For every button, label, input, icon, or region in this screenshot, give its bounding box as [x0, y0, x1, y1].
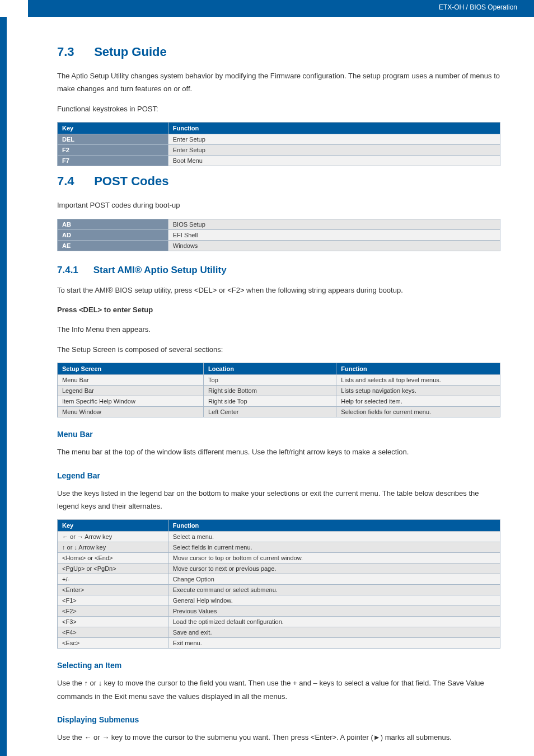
table-keystrokes: Key Function DELEnter Setup F2Enter Setu… — [57, 122, 500, 166]
th-function: Function — [336, 363, 500, 375]
header-tab — [0, 0, 28, 17]
section-title: Setup Guide — [94, 45, 167, 59]
table-legend-keys: Key Function ← or → Arrow keySelect a me… — [57, 519, 500, 649]
th-key: Key — [58, 123, 168, 134]
table-post-codes: ABBIOS Setup ADEFI Shell AEWindows — [57, 219, 500, 251]
menu-bar-heading: Menu Bar — [57, 430, 500, 439]
section-7-4-heading: 7.4 POST Codes — [57, 174, 500, 189]
selecting-item-p1: Use the ↑ or ↓ key to move the cursor to… — [57, 677, 500, 703]
displaying-submenus-p1: Use the ← or → key to move the cursor to… — [57, 731, 500, 744]
th-function: Function — [168, 520, 500, 532]
table-row: <Enter>Execute command or select submenu… — [58, 585, 500, 595]
section-num: 7.3 — [57, 45, 91, 59]
s73-p2: Functional keystrokes in POST: — [57, 102, 500, 115]
section-num: 7.4.1 — [57, 265, 91, 276]
section-num: 7.4 — [57, 174, 91, 189]
table-header-row: Key Function — [58, 520, 500, 532]
table-row: Menu BarTopLists and selects all top lev… — [58, 375, 500, 386]
section-title: POST Codes — [94, 174, 168, 188]
legend-bar-heading: Legend Bar — [57, 471, 500, 480]
table-row: <F3>Load the optimized default configura… — [58, 617, 500, 627]
s74-p1: Important POST codes during boot-up — [57, 199, 500, 212]
th-setup-screen: Setup Screen — [58, 363, 204, 375]
s741-p4: The Setup Screen is composed of several … — [57, 343, 500, 356]
table-row: Menu WindowLeft CenterSelection fields f… — [58, 407, 500, 417]
table-row: ↑ or ↓ Arrow keySelect fields in current… — [58, 542, 500, 553]
table-row: <F4>Save and exit. — [58, 627, 500, 638]
s741-p1: To start the AMI® BIOS setup utility, pr… — [57, 284, 500, 297]
table-row: DELEnter Setup — [58, 134, 500, 145]
legend-bar-p1: Use the keys listed in the legend bar on… — [57, 487, 500, 513]
table-row: ← or → Arrow keySelect a menu. — [58, 532, 500, 542]
section-title: Start AMI® Aptio Setup Utility — [93, 265, 227, 275]
header-path: ETX-OH / BIOS Operation — [439, 3, 517, 11]
table-row: <F1>General Help window. — [58, 595, 500, 606]
table-row: <F2>Previous Values — [58, 606, 500, 617]
table-row: Item Specific Help WindowRight side TopH… — [58, 396, 500, 407]
section-7-4-1-heading: 7.4.1 Start AMI® Aptio Setup Utility — [57, 265, 500, 276]
table-setup-screen: Setup Screen Location Function Menu BarT… — [57, 363, 500, 417]
table-row: +/-Change Option — [58, 574, 500, 585]
table-row: F2Enter Setup — [58, 145, 500, 156]
menu-bar-p1: The menu bar at the top of the window li… — [57, 445, 500, 458]
table-row: ABBIOS Setup — [58, 219, 500, 229]
table-row: Legend BarRight side BottomLists setup n… — [58, 386, 500, 396]
table-row: <PgUp> or <PgDn>Move cursor to next or p… — [58, 564, 500, 574]
table-row: F7Boot Menu — [58, 156, 500, 166]
table-row: ADEFI Shell — [58, 229, 500, 240]
th-location: Location — [204, 363, 336, 375]
th-function: Function — [168, 123, 500, 134]
table-row: <Esc>Exit menu. — [58, 638, 500, 649]
s73-p1: The Aptio Setup Utility changes system b… — [57, 69, 500, 96]
s741-p3: The Info Menu then appears. — [57, 323, 500, 336]
th-key: Key — [58, 520, 168, 532]
table-row: AEWindows — [58, 240, 500, 251]
table-header-row: Setup Screen Location Function — [58, 363, 500, 375]
table-row: <Home> or <End>Move cursor to top or bot… — [58, 553, 500, 564]
displaying-submenus-heading: Displaying Submenus — [57, 715, 500, 724]
header-band: ETX-OH / BIOS Operation — [0, 0, 534, 17]
section-7-3-heading: 7.3 Setup Guide — [57, 45, 500, 59]
selecting-item-heading: Selecting an Item — [57, 661, 500, 670]
s741-p2: Press <DEL> to enter Setup — [57, 303, 500, 316]
page-content: 7.3 Setup Guide The Aptio Setup Utility … — [0, 17, 534, 756]
table-header-row: Key Function — [58, 123, 500, 134]
